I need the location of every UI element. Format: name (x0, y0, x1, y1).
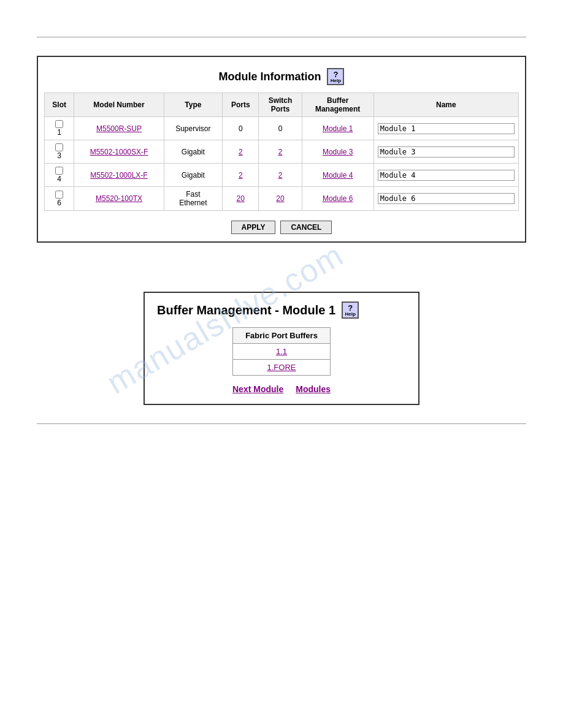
table-row: 4 M5502-1000LX-F Gigabit 2 2 Module 4 (45, 164, 519, 187)
next-module-link[interactable]: Next Module (232, 384, 283, 394)
model-cell-4: M5502-1000LX-F (74, 164, 164, 187)
module-info-title: Module Information (219, 70, 321, 83)
buffer-cell-6: Module 6 (302, 187, 373, 211)
col-header-model: Model Number (74, 93, 164, 117)
name-input-1[interactable] (378, 123, 515, 134)
ports-cell-1: 0 (223, 117, 259, 140)
buffer-cell-4: Module 4 (302, 164, 373, 187)
slot-checkbox-4[interactable] (55, 167, 63, 175)
table-row: 1 M5500R-SUP Supervisor 0 0 Module 1 (45, 117, 519, 140)
name-input-4[interactable] (378, 170, 515, 181)
name-input-3[interactable] (378, 146, 515, 157)
module-info-btn-row: APPLY CANCEL (44, 217, 519, 235)
type-cell-6: FastEthernet (164, 187, 223, 211)
col-header-buffer: BufferManagement (302, 93, 373, 117)
name-cell-6 (373, 187, 518, 211)
slot-cell-1: 1 (45, 117, 74, 140)
col-header-switch-ports: SwitchPorts (259, 93, 302, 117)
table-row: 3 M5502-1000SX-F Gigabit 2 2 Module 3 (45, 140, 519, 164)
model-cell-6: M5520-100TX (74, 187, 164, 211)
name-cell-3 (373, 140, 518, 164)
fabric-port-table: Fabric Port Buffers 1.1 1.FORE (232, 327, 331, 376)
help-label: Help (331, 78, 341, 83)
col-header-slot: Slot (45, 93, 74, 117)
buffer-mgmt-title: Buffer Management - Module 1 (157, 303, 335, 317)
module-table: Slot Model Number Type Ports SwitchPorts… (44, 93, 519, 211)
col-header-name: Name (373, 93, 518, 117)
buffer-nav: Next Module Modules (157, 384, 406, 394)
ports-link-3[interactable]: 2 (239, 148, 243, 156)
ports-cell-4: 2 (223, 164, 259, 187)
fabric-port-row-2: 1.FORE (233, 360, 331, 376)
apply-button[interactable]: APPLY (231, 221, 276, 234)
top-rule (37, 37, 526, 37)
buffer-title-row: Buffer Management - Module 1 ? Help (157, 301, 406, 319)
type-cell-4: Gigabit (164, 164, 223, 187)
buffer-help-q: ? (348, 304, 353, 312)
switch-ports-cell-3: 2 (259, 140, 302, 164)
buffer-link-3[interactable]: Module 3 (323, 148, 353, 156)
slot-cell-4: 4 (45, 164, 74, 187)
module-info-title-row: Module Information ? Help (44, 63, 519, 93)
fabric-port-link-1[interactable]: 1.1 (276, 347, 287, 356)
model-cell-1: M5500R-SUP (74, 117, 164, 140)
buffer-help-icon[interactable]: ? Help (342, 301, 359, 319)
modules-link[interactable]: Modules (296, 384, 331, 394)
buffer-link-6[interactable]: Module 6 (323, 194, 353, 203)
switch-ports-link-4[interactable]: 2 (278, 171, 283, 180)
fabric-port-row-1: 1.1 (233, 344, 331, 360)
ports-link-4[interactable]: 2 (239, 171, 243, 180)
ports-cell-6: 20 (223, 187, 259, 211)
model-link-6[interactable]: M5520-100TX (96, 194, 142, 203)
model-link-1[interactable]: M5500R-SUP (96, 124, 142, 133)
module-info-panel: Module Information ? Help Slot Model Num… (37, 56, 526, 243)
model-cell-3: M5502-1000SX-F (74, 140, 164, 164)
slot-cell-3: 3 (45, 140, 74, 164)
type-cell-3: Gigabit (164, 140, 223, 164)
slot-checkbox-3[interactable] (55, 143, 63, 151)
switch-ports-link-3[interactable]: 2 (278, 148, 283, 156)
model-link-3[interactable]: M5502-1000SX-F (90, 148, 148, 156)
cancel-button[interactable]: CANCEL (280, 221, 332, 234)
switch-ports-cell-4: 2 (259, 164, 302, 187)
fabric-port-link-2[interactable]: 1.FORE (267, 363, 296, 372)
fabric-port-value-1: 1.1 (233, 344, 331, 360)
slot-checkbox-6[interactable] (55, 191, 63, 199)
slot-checkbox-1[interactable] (55, 120, 63, 128)
buffer-cell-1: Module 1 (302, 117, 373, 140)
buffer-link-4[interactable]: Module 4 (323, 171, 353, 180)
help-q-symbol: ? (334, 70, 339, 78)
slot-cell-6: 6 (45, 187, 74, 211)
table-row: 6 M5520-100TX FastEthernet 20 20 Module … (45, 187, 519, 211)
name-cell-1 (373, 117, 518, 140)
buffer-mgmt-panel: Buffer Management - Module 1 ? Help Fabr… (144, 292, 419, 405)
bottom-rule (37, 423, 526, 424)
switch-ports-cell-6: 20 (259, 187, 302, 211)
switch-ports-cell-1: 0 (259, 117, 302, 140)
col-header-type: Type (164, 93, 223, 117)
module-info-help-icon[interactable]: ? Help (327, 68, 344, 85)
fabric-port-header: Fabric Port Buffers (233, 328, 331, 344)
switch-ports-link-6[interactable]: 20 (276, 194, 284, 203)
name-input-6[interactable] (378, 193, 515, 204)
fabric-table-wrapper: Fabric Port Buffers 1.1 1.FORE (157, 327, 406, 376)
ports-link-6[interactable]: 20 (237, 194, 245, 203)
buffer-cell-3: Module 3 (302, 140, 373, 164)
buffer-help-label: Help (345, 312, 355, 317)
col-header-ports: Ports (223, 93, 259, 117)
model-link-4[interactable]: M5502-1000LX-F (90, 171, 147, 180)
ports-cell-3: 2 (223, 140, 259, 164)
fabric-port-value-2: 1.FORE (233, 360, 331, 376)
name-cell-4 (373, 164, 518, 187)
type-cell-1: Supervisor (164, 117, 223, 140)
buffer-link-1[interactable]: Module 1 (323, 124, 353, 133)
